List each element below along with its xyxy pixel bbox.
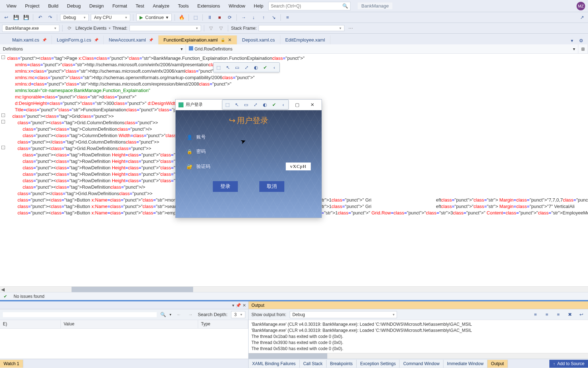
code-line[interactable]: xmlns:x=class="punct">"class="str">http:… — [0, 68, 588, 74]
restart-icon[interactable]: ⟳ — [226, 14, 234, 21]
stop-icon[interactable]: ■ — [216, 14, 224, 21]
tool-icon[interactable]: ⬚ — [214, 63, 223, 71]
tab-editemployee[interactable]: EditEmployee.xaml — [280, 35, 330, 44]
close-icon[interactable]: ✕ — [306, 101, 319, 109]
overflow-icon[interactable]: ⋯ — [347, 24, 354, 32]
tool-icon[interactable]: ≡ — [284, 14, 291, 21]
search-icon[interactable]: 🔍 — [160, 312, 166, 317]
code-line[interactable]: xmlns:local="clr-namespace:BankManage.Fu… — [0, 87, 588, 94]
tool-icon[interactable]: ⬚ — [192, 14, 200, 21]
output-source-dropdown[interactable]: Debug▾ — [290, 311, 397, 318]
watch1-tab[interactable]: Watch 1 — [0, 360, 23, 368]
maximize-icon[interactable]: ▢ — [291, 101, 304, 109]
scroll-left-icon[interactable]: ◀ — [0, 287, 6, 292]
filter-icon[interactable]: ▽ — [207, 24, 215, 32]
tool-icon[interactable]: ◐ — [251, 63, 260, 71]
clear-all-icon[interactable]: ✖ — [566, 311, 574, 319]
hot-reload-icon[interactable]: 🔥 — [178, 14, 186, 21]
chevron-down-icon[interactable]: ▾ — [232, 303, 234, 308]
continue-button[interactable]: ▶Continue▾ — [136, 14, 172, 21]
code-line[interactable]: class="punct"><class="tag">Page x:Class=… — [0, 55, 588, 62]
tool-icon[interactable]: ▭ — [233, 63, 241, 71]
code-line[interactable]: xmlns=class="punct">"class="str">http://… — [0, 62, 588, 68]
pin-icon[interactable]: 📌 — [94, 38, 98, 42]
pin-icon[interactable]: 📌 — [42, 38, 46, 42]
col-value[interactable]: Value — [61, 320, 198, 328]
back-icon[interactable]: ↩ — [2, 14, 10, 21]
tab-main[interactable]: Main.xaml.cs📌 — [7, 35, 52, 44]
search-box[interactable]: 🔍 — [268, 2, 351, 10]
close-icon[interactable]: ✕ — [228, 37, 232, 43]
fold-toggle[interactable]: - — [1, 113, 5, 117]
tool-icon[interactable]: ▭ — [242, 101, 250, 108]
menu-view[interactable]: View — [3, 2, 20, 10]
menu-build[interactable]: Build — [44, 2, 62, 10]
menu-help[interactable]: Help — [250, 2, 267, 10]
btab-immediate[interactable]: Immediate Window — [444, 360, 487, 368]
tool-icon[interactable]: ≡ — [554, 311, 562, 319]
tab-loginform[interactable]: LoginForm.g.i.cs📌 — [52, 35, 104, 44]
col-type[interactable]: Type — [198, 320, 248, 328]
btab-output[interactable]: Output — [487, 360, 508, 368]
check-icon[interactable]: ✔ — [261, 63, 269, 71]
tab-functionexplaination[interactable]: FunctionExplaination.xaml🔒✕ — [158, 35, 237, 44]
output-body[interactable]: 'BankManage.exe' (CLR v4.0.30319: BankMa… — [249, 320, 588, 353]
tool-icon[interactable]: ⬚ — [223, 101, 232, 108]
fold-toggle[interactable]: - — [1, 120, 5, 124]
thread-dropdown[interactable]: ▾ — [129, 25, 201, 31]
tool-icon[interactable]: ≡ — [543, 311, 551, 319]
tabs-settings-icon[interactable]: ⚙ — [577, 37, 585, 44]
menu-test[interactable]: Test — [132, 2, 148, 10]
step-icon[interactable]: ↘ — [270, 14, 278, 21]
menu-format[interactable]: Format — [109, 2, 131, 10]
xaml-mini-toolbar[interactable]: ⬚ ↖ ▭ ⤢ ◐ ✔ ‹ — [213, 62, 280, 72]
menu-window[interactable]: Window — [225, 2, 249, 10]
save-all-icon[interactable]: 💾 — [22, 14, 30, 21]
tool-icon[interactable]: ⤢ — [242, 63, 251, 71]
add-to-source-button[interactable]: ↑Add to Source — [549, 360, 588, 368]
member-dropdown-left[interactable]: Definitions▾ — [0, 44, 186, 53]
col-name[interactable]: E) — [0, 320, 61, 328]
login-button[interactable]: 登录 — [213, 181, 238, 192]
btab-xaml-binding[interactable]: XAML Binding Failures — [249, 360, 300, 368]
lifecycle-icon[interactable]: ⟳ — [65, 24, 73, 32]
avatar[interactable]: MZ — [577, 2, 585, 10]
redo-icon[interactable]: ↷ — [46, 14, 54, 21]
watch-grid-body[interactable] — [0, 329, 248, 359]
btab-callstack[interactable]: Call Stack — [300, 360, 327, 368]
chevron-left-icon[interactable]: ‹ — [270, 63, 279, 71]
menu-tools[interactable]: Tools — [174, 2, 192, 10]
xaml-mini-toolbar[interactable]: ⬚ ↖ ▭ ⤢ ◐ ✔ ‹ — [222, 100, 289, 110]
tab-deposit[interactable]: Deposit.xaml.cs — [237, 35, 280, 44]
search-depth-dropdown[interactable]: 3▾ — [231, 311, 245, 318]
check-icon[interactable]: ✔ — [270, 101, 278, 108]
tool-icon[interactable]: ↖ — [224, 63, 232, 71]
btab-breakpoints[interactable]: Breakpoints — [327, 360, 357, 368]
tabs-overflow-icon[interactable]: ▾ — [568, 37, 576, 44]
tool-icon[interactable]: ◐ — [260, 101, 269, 108]
split-icon[interactable]: ⊞ — [578, 44, 588, 53]
save-icon[interactable]: 💾 — [12, 14, 20, 21]
config-dropdown[interactable]: Debug▾ — [60, 14, 89, 21]
pin-icon[interactable]: 📌 — [149, 38, 153, 42]
process-dropdown[interactable]: BankManage.exe▾ — [2, 25, 59, 32]
platform-dropdown[interactable]: Any CPU▾ — [91, 14, 130, 21]
nav-fwd-icon[interactable]: → — [186, 311, 194, 319]
nav-back-icon[interactable]: ← — [175, 311, 183, 319]
search-input[interactable] — [269, 4, 350, 9]
lock-icon[interactable]: 🔒 — [221, 38, 225, 42]
step-over-icon[interactable]: ↓ — [250, 14, 258, 21]
pause-icon[interactable]: ⏸ — [206, 14, 214, 21]
output-scrollbar[interactable] — [249, 353, 588, 359]
menu-extensions[interactable]: Extensions — [194, 2, 224, 10]
btab-command[interactable]: Command Window — [400, 360, 443, 368]
tool-icon[interactable]: ↖ — [232, 101, 241, 108]
undo-icon[interactable]: ↶ — [36, 14, 44, 21]
code-line[interactable]: xmlns:mc=class="punct">"class="str">http… — [0, 74, 588, 81]
tool-icon[interactable]: ≡ — [531, 311, 539, 319]
menu-design[interactable]: Design — [86, 2, 107, 10]
fold-toggle[interactable]: - — [1, 55, 5, 59]
watch-search-input[interactable] — [3, 312, 157, 317]
horizontal-scrollbar[interactable]: ◀ ▶ — [0, 286, 588, 292]
word-wrap-icon[interactable]: ↩ — [577, 311, 585, 319]
